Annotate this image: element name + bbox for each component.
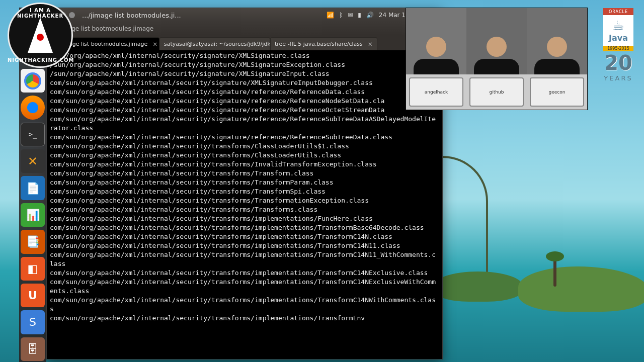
webcam-overlay: I♥APIs angelhack github geecon xyxy=(406,8,588,110)
mail-icon[interactable]: ✉ xyxy=(348,12,353,19)
duke-icon xyxy=(28,18,53,53)
terminal-line: com/sun/org/apache/xml/internal/security… xyxy=(50,169,439,178)
terminal-line: /sun/org/apache/xml/internal/security/si… xyxy=(50,51,439,60)
terminal-tab-bar: .../jimage list bootmodules.jimage×satya… xyxy=(47,35,442,50)
terminal-line: com/sun/org/apache/xml/internal/security… xyxy=(50,314,439,323)
terminal-line: com/sun/org/apache/xml/internal/security… xyxy=(50,151,439,160)
tab-close-icon[interactable]: × xyxy=(366,41,373,48)
launcher-impress-icon[interactable]: 📑 xyxy=(21,230,45,253)
java-wordmark: Java xyxy=(609,33,628,43)
terminal-line: com/sun/org/apache/xml/internal/security… xyxy=(50,223,439,232)
laptop-3: geecon xyxy=(530,77,584,107)
java-20-number: 20 xyxy=(604,51,632,74)
terminal-line: com/sun/org/apache/xml/internal/security… xyxy=(50,115,439,133)
launcher-chat-icon[interactable]: ✕ xyxy=(21,149,45,173)
java-cup-icon: ☕ xyxy=(612,18,624,33)
volume-icon[interactable]: 🔊 xyxy=(366,12,374,19)
terminal-line: /sun/org/apache/xml/internal/security/si… xyxy=(50,69,439,78)
terminal-line: com/sun/org/apache/xml/internal/security… xyxy=(50,78,439,87)
terminal-tab-label: satyasai@satyasai: ~/sources/jdk9/jdk xyxy=(164,41,270,47)
terminal-output[interactable]: /sun/org/apache/xml/internal/security/si… xyxy=(47,50,442,359)
terminal-line: com/sun/org/apache/xml/internal/security… xyxy=(50,178,439,187)
terminal-line: com/sun/org/apache/xml/internal/security… xyxy=(50,187,439,196)
terminal-line: com/sun/org/apache/xml/internal/security… xyxy=(50,296,439,314)
terminal-tab[interactable]: tree -fIL 5 java.base/share/class× xyxy=(270,37,377,50)
terminal-line: com/sun/org/apache/xml/internal/security… xyxy=(50,160,439,169)
launcher-software-icon[interactable]: ◧ xyxy=(21,257,45,281)
launcher-chrome-icon[interactable] xyxy=(21,69,45,93)
launcher-files-icon[interactable]: 🗄 xyxy=(21,337,45,361)
terminal-window: .../jimage list bootmodules.ji... .../ji… xyxy=(46,8,443,359)
terminal-line: com/sun/org/apache/xml/internal/security… xyxy=(50,232,439,241)
terminal-line: com/sun/org/apache/xml/internal/security… xyxy=(50,241,439,250)
terminal-line: com/sun/org/apache/xml/internal/security… xyxy=(50,87,439,97)
terminal-line: com/sun/org/apache/xml/internal/security… xyxy=(50,268,439,278)
terminal-line: com/sun/org/apache/xml/internal/security… xyxy=(50,196,439,205)
network-icon[interactable]: 📶 xyxy=(327,12,334,19)
window-title: .../jimage list bootmodules.ji... xyxy=(82,12,181,19)
terminal-line: com/sun/org/apache/xml/internal/security… xyxy=(50,133,439,142)
bluetooth-icon[interactable]: ᛒ xyxy=(339,12,343,19)
java-20-years-logo: ORACLE ☕ Java 1995-2015 20 YEARS xyxy=(600,8,637,111)
desktop-background-art xyxy=(438,206,629,317)
launcher-ubuntu-one-icon[interactable]: U xyxy=(21,284,45,307)
terminal-line: com/sun/org/apache/xml/internal/security… xyxy=(50,214,439,223)
badge-top-text: I AM A NIGHTHACKER xyxy=(8,8,73,19)
laptop-2: github xyxy=(469,77,524,107)
battery-icon[interactable]: ▮ xyxy=(358,12,361,19)
terminal-tab[interactable]: satyasai@satyasai: ~/sources/jdk9/jdk× xyxy=(159,37,270,50)
terminal-line: com/sun/org/apache/xml/internal/security… xyxy=(50,250,439,268)
launcher-writer-icon[interactable]: 📄 xyxy=(21,176,45,200)
java-years-word: YEARS xyxy=(604,74,632,82)
laptop-1: angelhack xyxy=(409,77,463,107)
oracle-label: ORACLE xyxy=(603,8,633,15)
terminal-line: com/sun/org/apache/xml/internal/security… xyxy=(50,278,439,296)
launcher-firefox-icon[interactable] xyxy=(21,96,45,119)
launcher-app-icon[interactable]: S xyxy=(21,310,45,334)
terminal-tab-label: tree -fIL 5 java.base/share/class xyxy=(275,41,363,47)
terminal-line: com/sun/org/apache/xml/internal/security… xyxy=(50,97,439,106)
terminal-line: /sun/org/apache/xml/internal/security/si… xyxy=(50,60,439,69)
terminal-line: com/sun/org/apache/xml/internal/security… xyxy=(50,106,439,115)
terminal-menubar: .../jimage list bootmodules.jimage 📶 ᛒ ✉… xyxy=(47,22,442,35)
badge-bottom-text: NIGHTHACKING.COM xyxy=(8,57,73,63)
terminal-line: com/sun/org/apache/xml/internal/security… xyxy=(50,205,439,214)
java-years-range: 1995-2015 xyxy=(603,46,633,51)
launcher-terminal-icon[interactable] xyxy=(21,123,45,146)
launcher-calc-icon[interactable]: 📊 xyxy=(21,203,45,227)
terminal-line: com/sun/org/apache/xml/internal/security… xyxy=(50,142,439,151)
nighthacking-badge: I AM A NIGHTHACKER NIGHTHACKING.COM xyxy=(8,3,73,68)
tab-close-icon[interactable]: × xyxy=(150,41,157,48)
